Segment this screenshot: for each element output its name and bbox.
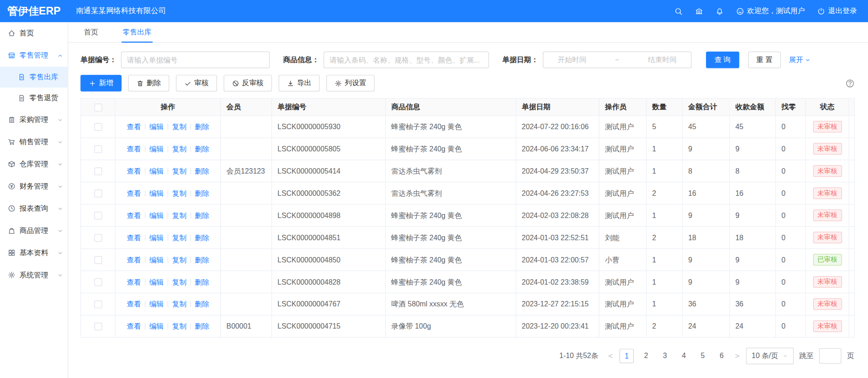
help-icon[interactable] bbox=[845, 78, 855, 88]
action-edit-link[interactable]: 编辑 bbox=[149, 145, 164, 153]
action-copy-link[interactable]: 复制 bbox=[172, 277, 186, 286]
action-view-link[interactable]: 查看 bbox=[127, 322, 141, 330]
action-delete-link[interactable]: 删除 bbox=[195, 211, 209, 219]
action-copy-link[interactable]: 复制 bbox=[172, 233, 186, 241]
sidebar-item-sales[interactable]: 销售管理 bbox=[0, 131, 68, 153]
action-delete-link[interactable]: 删除 bbox=[195, 300, 209, 308]
action-copy-link[interactable]: 复制 bbox=[172, 189, 186, 197]
sidebar-item-retail-return[interactable]: 零售退货 bbox=[0, 87, 68, 108]
action-view-link[interactable]: 查看 bbox=[127, 300, 141, 308]
page-6-button[interactable]: 6 bbox=[715, 349, 728, 362]
action-edit-link[interactable]: 编辑 bbox=[149, 255, 164, 263]
row-checkbox[interactable] bbox=[94, 123, 102, 131]
action-delete-link[interactable]: 删除 bbox=[195, 145, 209, 153]
action-delete-link[interactable]: 删除 bbox=[195, 189, 209, 197]
sidebar-item-home[interactable]: 首页 bbox=[0, 22, 68, 44]
row-checkbox[interactable] bbox=[94, 256, 102, 264]
action-delete-link[interactable]: 删除 bbox=[195, 122, 209, 131]
page-2-button[interactable]: 2 bbox=[639, 349, 652, 362]
jump-page-input[interactable] bbox=[819, 348, 841, 363]
action-delete-link[interactable]: 删除 bbox=[195, 277, 209, 286]
action-view-link[interactable]: 查看 bbox=[127, 211, 141, 219]
bell-icon[interactable] bbox=[716, 7, 724, 15]
columns-button[interactable]: 列设置 bbox=[326, 75, 374, 92]
action-edit-link[interactable]: 编辑 bbox=[149, 211, 164, 219]
action-edit-link[interactable]: 编辑 bbox=[149, 277, 164, 286]
delete-button[interactable]: 删除 bbox=[128, 75, 170, 92]
action-view-link[interactable]: 查看 bbox=[127, 255, 141, 263]
action-delete-link[interactable]: 删除 bbox=[195, 233, 209, 241]
sidebar-item-finance[interactable]: 财务管理 bbox=[0, 175, 68, 198]
action-edit-link[interactable]: 编辑 bbox=[149, 322, 164, 330]
unaudit-button[interactable]: 反审核 bbox=[224, 75, 272, 92]
product-info-input[interactable] bbox=[324, 52, 489, 68]
action-delete-link[interactable]: 删除 bbox=[195, 167, 209, 175]
sidebar-item-retail[interactable]: 零售管理 bbox=[0, 44, 68, 67]
row-checkbox[interactable] bbox=[94, 323, 102, 330]
add-button[interactable]: 新增 bbox=[80, 75, 122, 92]
sidebar-item-warehouse[interactable]: 仓库管理 bbox=[0, 153, 68, 175]
action-delete-link[interactable]: 删除 bbox=[195, 255, 209, 263]
action-edit-link[interactable]: 编辑 bbox=[149, 122, 164, 131]
sidebar-item-purchase[interactable]: 采购管理 bbox=[0, 109, 68, 131]
cell-bill-no: LSCK00000004715 bbox=[272, 315, 386, 337]
building-icon[interactable] bbox=[695, 7, 703, 15]
reset-button[interactable]: 重 置 bbox=[748, 52, 781, 68]
row-checkbox[interactable] bbox=[94, 190, 102, 198]
sidebar-item-reports[interactable]: 报表查询 bbox=[0, 197, 68, 219]
action-copy-link[interactable]: 复制 bbox=[172, 167, 186, 175]
row-checkbox[interactable] bbox=[94, 278, 102, 286]
sidebar-item-system[interactable]: 系统管理 bbox=[0, 264, 68, 286]
row-checkbox[interactable] bbox=[94, 300, 102, 308]
action-copy-link[interactable]: 复制 bbox=[172, 211, 186, 219]
row-checkbox[interactable] bbox=[94, 234, 102, 242]
tab-retail-outbound[interactable]: 零售出库 bbox=[122, 22, 152, 42]
action-edit-link[interactable]: 编辑 bbox=[149, 233, 164, 241]
action-copy-link[interactable]: 复制 bbox=[172, 322, 186, 330]
audit-button[interactable]: 审核 bbox=[176, 75, 217, 92]
page-size-select[interactable]: 10 条/页 bbox=[746, 348, 794, 364]
cell-received: 18 bbox=[730, 227, 776, 249]
tab-home[interactable]: 首页 bbox=[83, 22, 99, 42]
action-view-link[interactable]: 查看 bbox=[127, 145, 141, 153]
sidebar-item-retail-outbound[interactable]: 零售出库 bbox=[0, 67, 68, 87]
prev-page-button[interactable]: < bbox=[607, 352, 614, 361]
action-view-link[interactable]: 查看 bbox=[127, 189, 141, 197]
expand-link[interactable]: 展开 bbox=[789, 55, 811, 65]
bill-no-input[interactable] bbox=[121, 52, 270, 68]
cell-qty: 2 bbox=[646, 182, 682, 204]
page-3-button[interactable]: 3 bbox=[658, 349, 672, 362]
action-copy-link[interactable]: 复制 bbox=[172, 300, 186, 308]
sidebar-item-basic[interactable]: 基本资料 bbox=[0, 242, 68, 264]
export-button[interactable]: 导出 bbox=[279, 75, 320, 92]
page-5-button[interactable]: 5 bbox=[696, 349, 709, 362]
action-edit-link[interactable]: 编辑 bbox=[149, 189, 164, 197]
page-1-button[interactable]: 1 bbox=[619, 349, 634, 363]
action-edit-link[interactable]: 编辑 bbox=[149, 300, 164, 308]
search-icon[interactable] bbox=[674, 7, 682, 15]
search-button[interactable]: 查 询 bbox=[706, 52, 739, 68]
bill-date-range-input[interactable]: 开始时间 ~ 结束时间 bbox=[543, 52, 691, 68]
action-view-link[interactable]: 查看 bbox=[127, 277, 141, 286]
sidebar-item-goods[interactable]: 商品管理 bbox=[0, 219, 68, 242]
logout-button[interactable]: 退出登录 bbox=[817, 6, 857, 16]
action-view-link[interactable]: 查看 bbox=[127, 233, 141, 241]
next-page-button[interactable]: > bbox=[734, 352, 740, 361]
table-row: 查看编辑复制删除LSCK00000005930蜂蜜柚子茶 240g 黄色2024… bbox=[81, 116, 854, 138]
action-view-link[interactable]: 查看 bbox=[127, 167, 141, 175]
row-checkbox[interactable] bbox=[94, 168, 102, 175]
table-row: 查看编辑复制删除B00001LSCK00000004715录像带 100g202… bbox=[81, 315, 854, 337]
action-copy-link[interactable]: 复制 bbox=[172, 255, 186, 263]
action-edit-link[interactable]: 编辑 bbox=[149, 167, 164, 175]
cell-change: 0 bbox=[775, 182, 805, 204]
user-menu[interactable]: 欢迎您，测试用户 bbox=[736, 6, 805, 16]
row-checkbox[interactable] bbox=[94, 145, 102, 153]
action-copy-link[interactable]: 复制 bbox=[172, 122, 186, 131]
action-delete-link[interactable]: 删除 bbox=[195, 322, 209, 330]
page-4-button[interactable]: 4 bbox=[677, 349, 690, 362]
row-checkbox[interactable] bbox=[94, 212, 102, 220]
action-view-link[interactable]: 查看 bbox=[127, 122, 141, 131]
action-copy-link[interactable]: 复制 bbox=[172, 145, 186, 153]
cell-received: 9 bbox=[730, 271, 776, 293]
select-all-checkbox[interactable] bbox=[94, 103, 102, 111]
